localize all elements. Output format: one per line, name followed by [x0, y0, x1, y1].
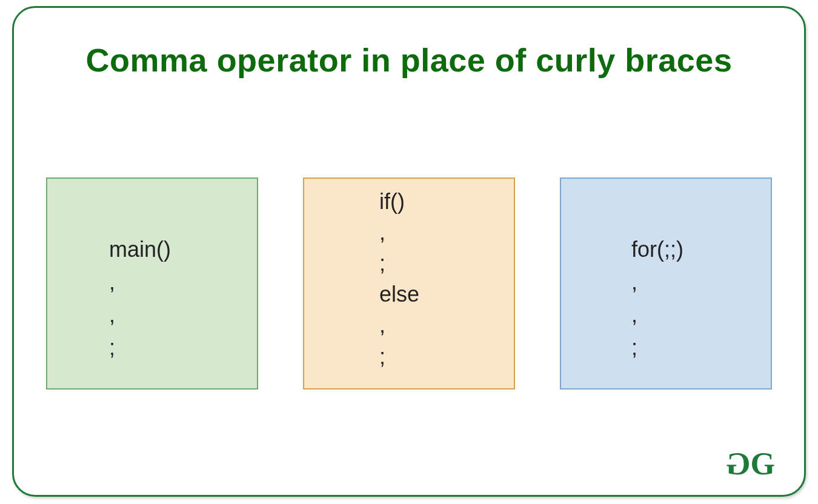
main-box: main() , , ; — [46, 177, 258, 390]
code-line: if() — [379, 186, 514, 217]
diagram-frame: Comma operator in place of curly braces … — [12, 6, 806, 497]
code-line: ; — [631, 331, 771, 364]
ifelse-box: if() , ; else , ; — [303, 177, 515, 390]
code-line: for(;;) — [631, 233, 771, 266]
code-line: ; — [109, 331, 257, 364]
code-line: ; — [379, 341, 514, 372]
code-line: main() — [109, 233, 257, 266]
code-line: , — [379, 217, 514, 248]
code-line: , — [631, 266, 771, 299]
for-box: for(;;) , , ; — [560, 177, 772, 390]
code-line: , — [379, 310, 514, 340]
brand-logo: GG — [727, 446, 774, 482]
code-line: , — [631, 299, 771, 331]
code-line: , — [109, 266, 257, 299]
code-box-row: main() , , ; if() , ; else , ; for(;;) ,… — [14, 177, 804, 390]
code-line: ; — [379, 248, 514, 279]
code-line: else — [379, 279, 514, 310]
logo-left-glyph: G — [727, 446, 750, 482]
code-line: , — [109, 299, 257, 331]
diagram-title: Comma operator in place of curly braces — [14, 41, 804, 79]
logo-right-glyph: G — [751, 446, 774, 481]
